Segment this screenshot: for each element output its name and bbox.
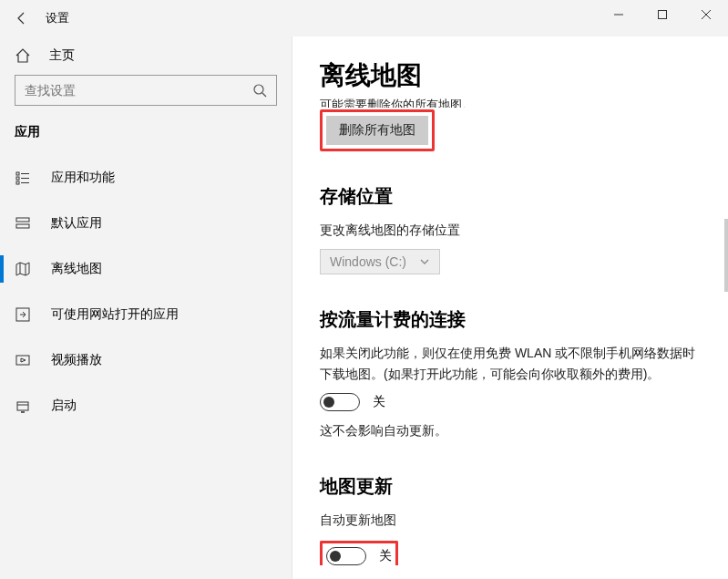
sidebar-item-label: 应用和功能: [51, 170, 115, 186]
back-button[interactable]: [0, 0, 44, 36]
home-icon: [15, 47, 31, 64]
sidebar-section-label: 应用: [0, 119, 292, 155]
close-button[interactable]: [684, 0, 728, 29]
startup-icon: [15, 398, 30, 413]
search-icon: [252, 83, 267, 98]
home-link[interactable]: 主页: [0, 44, 292, 75]
auto-update-toggle[interactable]: [326, 547, 366, 565]
storage-description: 更改离线地图的存储位置: [320, 220, 701, 240]
svg-line-3: [262, 93, 266, 97]
storage-location-select[interactable]: Windows (C:): [320, 249, 440, 274]
metered-toggle-label: 关: [373, 394, 385, 410]
truncated-note: 可能需要删除你的所有地图。: [320, 97, 701, 108]
metered-toggle[interactable]: [320, 393, 360, 411]
minimize-button[interactable]: [597, 0, 641, 29]
sidebar-item-label: 启动: [51, 398, 77, 414]
annotation-highlight-update-toggle: 关: [320, 541, 398, 565]
toggle-knob-icon: [323, 397, 334, 408]
video-icon: [15, 353, 30, 367]
update-description: 自动更新地图: [320, 510, 701, 530]
sidebar-item-web-apps[interactable]: 可使用网站打开的应用: [0, 292, 292, 337]
sidebar-item-label: 视频播放: [51, 352, 102, 368]
sidebar-item-startup[interactable]: 启动: [0, 383, 292, 429]
sidebar-item-label: 可使用网站打开的应用: [51, 306, 179, 323]
minimize-icon: [613, 9, 624, 20]
window-title: 设置: [44, 10, 69, 26]
storage-select-value: Windows (C:): [330, 254, 406, 269]
sidebar-item-video-playback[interactable]: 视频播放: [0, 337, 292, 383]
svg-rect-11: [16, 224, 29, 228]
annotation-highlight-delete: 删除所有地图: [320, 109, 435, 151]
home-label: 主页: [49, 47, 75, 64]
search-input[interactable]: [25, 83, 252, 98]
metered-heading: 按流量计费的连接: [320, 307, 701, 332]
sidebar-item-apps-features[interactable]: 应用和功能: [0, 155, 292, 201]
chevron-down-icon: [419, 256, 430, 267]
defaults-icon: [15, 216, 30, 231]
titlebar: 设置: [0, 0, 728, 36]
svg-point-2: [254, 85, 263, 94]
svg-rect-14: [17, 402, 28, 410]
svg-rect-10: [16, 218, 29, 222]
update-heading: 地图更新: [320, 474, 701, 499]
close-icon: [701, 9, 712, 20]
page-title: 离线地图: [320, 58, 701, 93]
svg-rect-4: [16, 172, 19, 175]
sidebar-item-label: 离线地图: [51, 261, 102, 277]
sidebar-item-offline-maps[interactable]: 离线地图: [0, 246, 292, 292]
delete-all-maps-button[interactable]: 删除所有地图: [326, 116, 428, 145]
scrollbar[interactable]: [724, 219, 728, 292]
map-icon: [15, 262, 30, 276]
sidebar: 主页 应用 应用和功能 默认应用: [0, 36, 292, 579]
svg-rect-13: [16, 356, 29, 365]
maximize-button[interactable]: [641, 0, 684, 29]
storage-heading: 存储位置: [320, 184, 701, 209]
svg-rect-5: [16, 177, 19, 180]
arrow-left-icon: [15, 11, 29, 26]
metered-note: 这不会影响自动更新。: [320, 420, 701, 440]
apps-icon: [15, 171, 30, 185]
metered-description: 如果关闭此功能，则仅在使用免费 WLAN 或不限制手机网络数据时下载地图。(如果…: [320, 343, 701, 384]
sidebar-item-label: 默认应用: [51, 215, 102, 232]
open-with-icon: [15, 307, 30, 322]
sidebar-item-default-apps[interactable]: 默认应用: [0, 201, 292, 246]
toggle-knob-icon: [330, 551, 341, 562]
svg-rect-1: [659, 11, 667, 19]
auto-update-toggle-label: 关: [379, 548, 392, 564]
svg-rect-6: [16, 181, 19, 184]
search-input-wrapper[interactable]: [15, 75, 277, 106]
main-content: 离线地图 可能需要删除你的所有地图。 删除所有地图 存储位置 更改离线地图的存储…: [292, 36, 728, 579]
maximize-icon: [657, 9, 668, 20]
